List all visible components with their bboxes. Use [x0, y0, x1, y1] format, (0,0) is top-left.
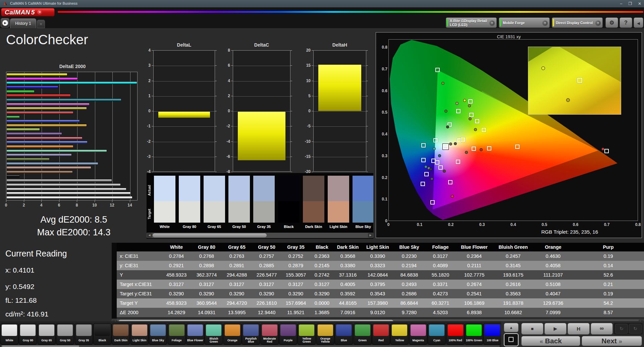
swatch-patch[interactable]: Black: [278, 176, 300, 229]
palette-item[interactable]: 100 Blue: [483, 323, 501, 345]
palette-item[interactable]: Cyan: [428, 323, 446, 345]
collapse-panel-button[interactable]: ◀: [634, 17, 643, 28]
table-cell: 8.57: [573, 308, 644, 317]
table-header-cell: Gray 35: [281, 243, 310, 251]
calman-logo-menu[interactable]: CalMAN 5 ▼: [1, 8, 55, 16]
source-dropdown[interactable]: Mobile Forge ▼: [499, 17, 550, 28]
back-button[interactable]: « Back: [521, 336, 580, 346]
palette-item[interactable]: Yellow: [390, 323, 409, 345]
pattern-window-button[interactable]: [504, 333, 519, 346]
tick-mark: [6, 200, 6, 202]
de-bar: [6, 81, 137, 84]
swatch-patch[interactable]: Dark Skin: [303, 176, 324, 229]
palette-swatch: [448, 325, 463, 336]
cie-measurement-dot: [424, 165, 427, 168]
cie-measurement-dot: [433, 147, 436, 150]
tick-mark: [312, 141, 313, 142]
panel-up-button[interactable]: ▲: [504, 323, 519, 332]
swatch-patch[interactable]: Gray 65: [204, 176, 225, 229]
palette-item[interactable]: Moderate Red: [261, 323, 279, 345]
step-button[interactable]: H: [568, 323, 590, 335]
tick-mark: [312, 126, 313, 126]
meter-dropdown[interactable]: X-Rite i1Display Retail LCD (LED) ▼: [446, 17, 497, 28]
palette-item[interactable]: Yellow Green: [298, 323, 316, 345]
minimize-icon[interactable]: –: [620, 1, 622, 6]
scrollbar-thumb[interactable]: [2, 345, 79, 347]
palette-item[interactable]: Gray 80: [19, 323, 37, 345]
palette-swatch: [95, 325, 110, 336]
display-control-dropdown[interactable]: Direct Display Control ▼: [552, 17, 603, 28]
refresh-button-1[interactable]: ↻: [615, 324, 628, 334]
palette-item[interactable]: Foliage: [168, 323, 186, 345]
maximize-icon[interactable]: ❐: [628, 1, 632, 6]
close-icon[interactable]: ✕: [638, 1, 641, 6]
palette-item[interactable]: Purplish Blue: [242, 323, 260, 345]
settings-button[interactable]: ⚙: [605, 17, 618, 28]
refresh-button-2[interactable]: ↻: [629, 324, 642, 334]
tab-history-1[interactable]: History 1: [10, 18, 36, 28]
swatch-patch[interactable]: Blue Sky: [353, 176, 373, 229]
palette-item[interactable]: Blue Sky: [149, 323, 167, 345]
palette-item-label: Blue Sky: [150, 337, 166, 344]
table-row: Y458.9323362.3774294.4288226.5477155.305…: [112, 270, 644, 280]
palette-item[interactable]: 100% Red: [446, 323, 465, 345]
cie-x-tick-label: 0.3: [476, 222, 488, 227]
palette-item[interactable]: Bluish Green: [205, 323, 223, 345]
y-tick-label: -2: [139, 139, 151, 144]
header-strip: CalMAN 5 ▼ ▶ History 1 + X-Rite i1Displa…: [0, 7, 644, 28]
palette-item[interactable]: Blue Flower: [186, 323, 204, 345]
gridline: [233, 66, 290, 66]
palette-swatch: [39, 325, 54, 336]
swatch-patch[interactable]: White: [154, 176, 175, 229]
play-button[interactable]: ▶: [544, 323, 567, 335]
next-button[interactable]: Next »: [582, 336, 642, 346]
scroll-left-icon[interactable]: ◀: [147, 233, 152, 238]
palette-item-label: Bluish Green: [205, 337, 222, 344]
table-header-cell: White: [161, 243, 192, 251]
swatch-label: Gray 50: [228, 225, 250, 229]
palette-item[interactable]: Dark Skin: [112, 323, 130, 345]
de-bar: [6, 132, 62, 135]
cie-measurement-dot: [451, 195, 454, 198]
palette-item[interactable]: Black: [93, 323, 111, 345]
swatch-patch[interactable]: Gray 80: [179, 176, 200, 229]
swatch-patch[interactable]: Light Skin: [328, 176, 349, 229]
palette-item[interactable]: Green: [354, 323, 372, 345]
tick-mark: [152, 81, 153, 81]
palette-item[interactable]: Red: [372, 323, 390, 345]
palette-item[interactable]: Magenta: [409, 323, 427, 345]
add-tab-button[interactable]: +: [37, 20, 45, 28]
swatch-patch[interactable]: Gray 50: [228, 176, 250, 229]
palette-item[interactable]: Light Skin: [130, 323, 149, 345]
palette-item[interactable]: White: [0, 323, 18, 345]
cie-target-marker: [421, 158, 426, 162]
scroll-right-icon[interactable]: ▶: [368, 233, 373, 238]
layout-nav-button[interactable]: ▶: [1, 18, 9, 27]
deltac-chart: DeltaC86420-2-4-6-8: [218, 42, 291, 177]
table-cell: 0.3592: [334, 289, 362, 298]
palette-item[interactable]: 100% Green: [465, 323, 483, 345]
swatch-strip-scrollbar[interactable]: ◀ ▶: [147, 233, 373, 238]
gridline: [112, 72, 113, 200]
target-swatch: [353, 201, 373, 223]
scrollbar-thumb[interactable]: [153, 233, 267, 237]
loop-button[interactable]: ∞: [591, 323, 613, 335]
palette-item[interactable]: Gray 65: [38, 323, 56, 345]
palette-item[interactable]: Orange: [223, 323, 241, 345]
swatch-patch[interactable]: Gray 35: [253, 176, 275, 229]
palette-item[interactable]: Purple: [279, 323, 297, 345]
palette-item[interactable]: Orange Yellow: [316, 323, 334, 345]
y-tick-label: -3: [139, 154, 151, 159]
table-cell: 0.21: [573, 280, 644, 289]
palette-item-label: Purplish Blue: [243, 337, 259, 344]
palette-item[interactable]: Gray 35: [75, 323, 93, 345]
table-header-cell: Black: [310, 243, 334, 251]
palette-item[interactable]: Gray 50: [56, 323, 74, 345]
table-cell: 52.6: [573, 270, 644, 280]
palette-scrollbar[interactable]: [1, 345, 500, 347]
stop-button[interactable]: ■: [521, 323, 543, 335]
help-button[interactable]: ?: [620, 17, 632, 28]
palette-item[interactable]: Blue: [335, 323, 353, 345]
target-swatch: [204, 201, 225, 223]
palette-swatch: [355, 325, 370, 336]
